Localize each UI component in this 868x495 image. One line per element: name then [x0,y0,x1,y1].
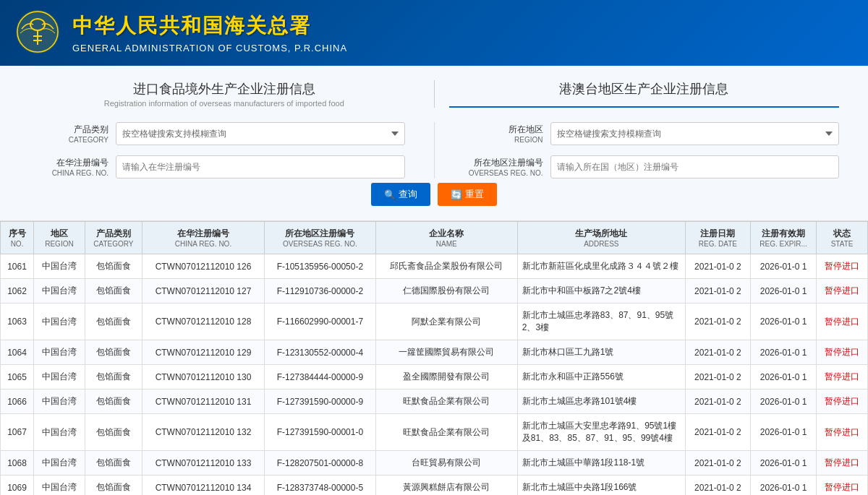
right-search-form: 所在地区 REGION 按空格键搜索支持模糊查询 所在地区注册编号 OVERSE… [434,122,840,178]
col-reg-date: 注册日期REG. DATE [685,222,750,254]
table-cell: 包馅面食 [85,414,142,451]
col-state: 状态STATE [817,222,868,254]
left-title-cn: 进口食品境外生产企业注册信息 [29,80,420,98]
table-cell: CTWN07012112010 129 [142,340,264,365]
region-select[interactable]: 按空格键搜索支持模糊查询 [550,122,840,145]
col-reg-expire: 注册有效期REG. EXPIR... [751,222,817,254]
table-cell: 新北市土城區大安里忠孝路91、95號1樓及81、83、85、87、91、95、9… [517,414,685,451]
table-cell: 中国台湾 [34,279,85,304]
table-cell: 暂停进口 [817,340,868,365]
table-cell: F-127391590-00001-0 [265,414,376,451]
query-button[interactable]: 🔍 查询 [371,183,430,206]
table-cell: 黃源興糕餅店有限公司 [375,475,517,496]
table-cell: CTWN07012112010 131 [142,389,264,414]
header-title-en: GENERAL ADMINISTRATION OF CUSTOMS, P.R.C… [72,43,347,53]
table-cell: 包馅面食 [85,451,142,475]
table-row: 1061中国台湾包馅面食CTWN07012112010 126F-1051359… [1,254,868,279]
table-cell: 2026-01-0 1 [751,279,817,304]
table-cell: 新北市永和區中正路556號 [517,365,685,389]
col-name: 企业名称NAME [375,222,517,254]
table-cell: 1065 [1,365,34,389]
table-row: 1064中国台湾包馅面食CTWN07012112010 129F-1231305… [1,340,868,365]
table-cell: F-116602990-00001-7 [265,304,376,340]
table-cell: 中国台湾 [34,451,85,475]
table-cell: F-112910736-00000-2 [265,279,376,304]
table-cell: 2021-01-0 2 [685,414,750,451]
title-divider [434,80,435,108]
table-cell: 暂停进口 [817,365,868,389]
table-cell: 1062 [1,279,34,304]
table-row: 1066中国台湾包馅面食CTWN07012112010 131F-1273915… [1,389,868,414]
search-forms: 产品类别 CATEGORY 按空格键搜索支持模糊查询 在华注册编号 CHINA … [29,122,839,178]
table-cell: 2021-01-0 2 [685,451,750,475]
table-row: 1065中国台湾包馅面食CTWN07012112010 130F-1273844… [1,365,868,389]
table-cell: 1061 [1,254,34,279]
table-cell: 1066 [1,389,34,414]
table-cell: 台旺貿易有限公司 [375,451,517,475]
category-select[interactable]: 按空格键搜索支持模糊查询 [116,122,405,145]
col-region: 地区REGION [34,222,85,254]
table-cell: CTWN07012112010 127 [142,279,264,304]
col-category: 产品类别CATEGORY [85,222,142,254]
table-cell: 暂停进口 [817,451,868,475]
table-cell: 暂停进口 [817,414,868,451]
china-reg-input[interactable] [116,155,405,178]
table-cell: 2026-01-0 1 [751,389,817,414]
table-cell: 暂停进口 [817,304,868,340]
table-cell: F-127384444-00000-9 [265,365,376,389]
table-cell: 2026-01-0 1 [751,451,817,475]
search-panel: 进口食品境外生产企业注册信息 Registration information … [0,66,868,221]
table-cell: 1068 [1,451,34,475]
table-cell: 旺默食品企業有限公司 [375,389,517,414]
table-cell: 2026-01-0 1 [751,414,817,451]
table-cell: 2026-01-0 1 [751,304,817,340]
table-cell: F-105135956-00050-2 [265,254,376,279]
table-cell: 旺默食品企業有限公司 [375,414,517,451]
table-cell: 中国台湾 [34,304,85,340]
china-reg-label: 在华注册编号 CHINA REG. NO. [29,157,109,177]
site-header: 中华人民共和国海关总署 GENERAL ADMINISTRATION OF CU… [0,0,868,66]
right-title-cn: 港澳台地区生产企业注册信息 [449,80,840,98]
table-cell: 包馅面食 [85,304,142,340]
table-cell: 暂停进口 [817,254,868,279]
table-cell: 包馅面食 [85,279,142,304]
table-cell: 包馅面食 [85,475,142,496]
table-cell: 包馅面食 [85,365,142,389]
table-row: 1063中国台湾包馅面食CTWN07012112010 128F-1166029… [1,304,868,340]
table-cell: 新北市土城區忠孝路83、87、91、95號2、3樓 [517,304,685,340]
right-panel-title: 港澳台地区生产企业注册信息 [449,80,840,108]
table-cell: 新北市新莊區化成里化成路３４４號２樓 [517,254,685,279]
table-row: 1067中国台湾包馅面食CTWN07012112010 132F-1273915… [1,414,868,451]
table-cell: 一籮筐國際貿易有限公司 [375,340,517,365]
overseas-reg-input[interactable] [550,155,840,178]
table-cell: CTWN07012112010 134 [142,475,264,496]
table-cell: 1067 [1,414,34,451]
table-header-row: 序号NO. 地区REGION 产品类别CATEGORY 在华注册编号CHINA … [1,222,868,254]
table-cell: 1063 [1,304,34,340]
category-label: 产品类别 CATEGORY [29,124,109,144]
table-cell: 新北市土城區忠孝路101號4樓 [517,389,685,414]
search-buttons: 🔍 查询 🔄 重置 [29,183,839,206]
region-label: 所在地区 REGION [464,124,543,144]
table-cell: 2021-01-0 2 [685,340,750,365]
table-cell: 中国台湾 [34,389,85,414]
header-title-cn: 中华人民共和国海关总署 [72,12,347,40]
header-titles: 中华人民共和国海关总署 GENERAL ADMINISTRATION OF CU… [72,12,347,53]
table-cell: 2021-01-0 2 [685,279,750,304]
col-overseas-reg: 所在地区注册编号OVERSEAS REG. NO. [265,222,376,254]
table-cell: 暂停进口 [817,475,868,496]
table-cell: 中国台湾 [34,340,85,365]
reset-icon: 🔄 [451,189,462,200]
table-cell: 暂停进口 [817,389,868,414]
table-cell: 新北市土城區中華路1段118-1號 [517,451,685,475]
search-titles: 进口食品境外生产企业注册信息 Registration information … [29,80,839,108]
table-cell: 2026-01-0 1 [751,365,817,389]
table-cell: 2026-01-0 1 [751,340,817,365]
table-row: 1062中国台湾包馅面食CTWN07012112010 127F-1129107… [1,279,868,304]
table-cell: 中国台湾 [34,365,85,389]
col-china-reg: 在华注册编号CHINA REG. NO. [142,222,264,254]
overseas-reg-label: 所在地区注册编号 OVERSEAS REG. NO. [464,157,543,177]
reset-button[interactable]: 🔄 重置 [438,183,497,206]
results-table: 序号NO. 地区REGION 产品类别CATEGORY 在华注册编号CHINA … [0,221,868,495]
china-reg-row: 在华注册编号 CHINA REG. NO. [29,155,405,178]
